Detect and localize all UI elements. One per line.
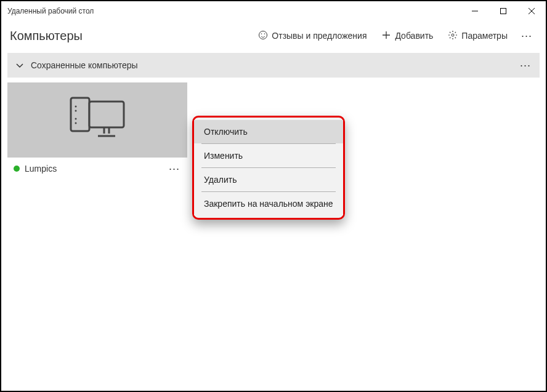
gear-icon	[448, 30, 458, 42]
settings-label: Параметры	[461, 31, 508, 41]
app-window: Удаленный рабочий стол Компьютеры Отзывы…	[1, 1, 546, 391]
context-menu: Отключить Изменить Удалить Закрепить на …	[192, 116, 345, 220]
add-button[interactable]: Добавить	[375, 26, 439, 46]
svg-rect-10	[89, 102, 124, 127]
svg-point-9	[75, 122, 77, 124]
section-title: Сохраненные компьютеры	[31, 60, 519, 70]
chevron-down-icon	[15, 60, 25, 70]
svg-point-1	[259, 31, 267, 39]
svg-point-8	[75, 118, 77, 120]
section-header[interactable]: Сохраненные компьютеры ···	[7, 53, 540, 78]
close-button[interactable]	[517, 1, 546, 21]
header-actions: Отзывы и предложения Добавить Параметры …	[252, 26, 537, 46]
settings-button[interactable]: Параметры	[442, 26, 514, 46]
computer-tile[interactable]: Lumpics ···	[7, 82, 187, 180]
content-area: Lumpics ··· Отключить Изменить Удалить З…	[1, 80, 546, 391]
menu-item-edit[interactable]: Изменить	[194, 144, 343, 167]
svg-point-3	[264, 33, 265, 34]
menu-item-delete[interactable]: Удалить	[194, 168, 343, 191]
svg-point-2	[261, 33, 262, 34]
status-indicator	[14, 166, 20, 172]
svg-point-7	[75, 110, 77, 112]
svg-point-6	[75, 106, 77, 108]
svg-rect-0	[501, 9, 506, 14]
page-title: Компьютеры	[10, 29, 252, 43]
plus-icon	[381, 30, 391, 42]
add-label: Добавить	[395, 31, 433, 41]
minimize-button[interactable]	[461, 1, 489, 21]
tile-thumbnail	[7, 82, 187, 158]
tile-name: Lumpics	[25, 164, 163, 174]
svg-point-4	[452, 34, 454, 36]
titlebar-title: Удаленный рабочий стол	[7, 7, 461, 15]
smile-icon	[258, 30, 268, 42]
section-more-button[interactable]: ···	[519, 57, 532, 74]
tile-more-button[interactable]: ···	[168, 161, 181, 177]
header-more-button[interactable]: ···	[516, 26, 537, 46]
svg-rect-5	[71, 98, 89, 131]
menu-item-disconnect[interactable]: Отключить	[194, 120, 343, 143]
tile-bar: Lumpics ···	[7, 158, 187, 180]
desktop-icon	[63, 94, 131, 146]
maximize-button[interactable]	[489, 1, 517, 21]
feedback-label: Отзывы и предложения	[272, 31, 367, 41]
titlebar: Удаленный рабочий стол	[1, 1, 546, 21]
menu-item-pin[interactable]: Закрепить на начальном экране	[194, 192, 343, 215]
feedback-button[interactable]: Отзывы и предложения	[252, 26, 373, 46]
header-bar: Компьютеры Отзывы и предложения Добавить…	[1, 21, 546, 50]
window-controls	[461, 1, 546, 21]
